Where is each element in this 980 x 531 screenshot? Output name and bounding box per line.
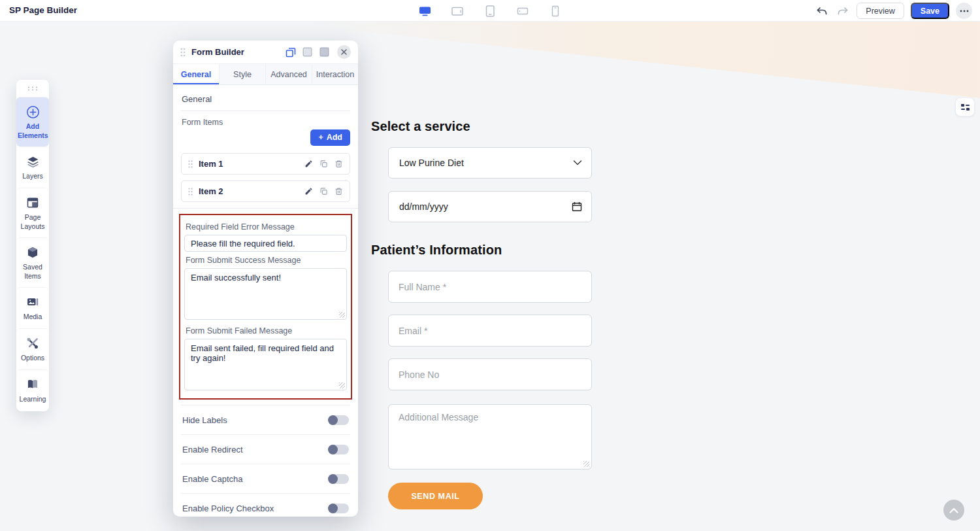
form-items-label: Form Items xyxy=(182,118,350,127)
toggle-row-enable-captcha: Enable Captcha xyxy=(181,464,350,493)
cube-icon xyxy=(18,245,48,260)
app-title: SP Page Builder xyxy=(9,5,77,15)
panel-tabs: General Style Advanced Interaction xyxy=(173,63,358,85)
enable-redirect-toggle[interactable] xyxy=(329,445,349,454)
sidebar-drag-handle[interactable] xyxy=(16,80,49,97)
toggle-label: Hide Labels xyxy=(182,415,227,425)
failed-message-textarea[interactable]: Email sent failed, fill required field a… xyxy=(184,339,347,390)
date-input-value: dd/mm/yyyy xyxy=(399,201,448,212)
tab-general[interactable]: General xyxy=(173,64,220,84)
undo-icon[interactable] xyxy=(815,4,829,18)
preview-button[interactable]: Preview xyxy=(857,3,904,19)
date-input[interactable]: dd/mm/yyyy xyxy=(388,191,592,222)
trash-icon[interactable] xyxy=(334,187,343,196)
tools-icon xyxy=(18,336,48,351)
device-mobile-portrait-icon[interactable] xyxy=(548,4,563,18)
panel-header: Form Builder xyxy=(173,41,358,63)
sidebar-item-label: Options xyxy=(18,354,48,363)
toggle-row-enable-policy-checkbox: Enable Policy Checkbox xyxy=(181,493,350,517)
sidebar-item-layers[interactable]: Layers xyxy=(16,146,49,188)
dock-panel-icon[interactable] xyxy=(302,46,313,58)
device-tablet-landscape-icon[interactable] xyxy=(450,4,465,18)
patient-heading: Patient’s Information xyxy=(371,243,502,258)
item-drag-handle[interactable] xyxy=(188,188,193,196)
enable-policy-checkbox-toggle[interactable] xyxy=(329,504,349,513)
editor-canvas: Select a service Low Purine Diet dd/mm/y… xyxy=(0,22,980,531)
email-fieldbox xyxy=(388,315,592,347)
sidebar-item-options[interactable]: Options xyxy=(16,328,49,369)
message-fieldbox xyxy=(388,404,592,470)
section-title: General xyxy=(181,90,350,111)
form-builder-panel: Form Builder General Style Advanced Inte… xyxy=(173,41,358,517)
sidebar-item-label: Add Elements xyxy=(18,122,48,140)
send-mail-button[interactable]: SEND MAIL xyxy=(388,483,483,509)
book-icon xyxy=(18,377,48,392)
sidebar-item-page-layouts[interactable]: Page Layouts xyxy=(16,188,49,237)
form-item-row-1: Item 1 xyxy=(181,153,350,175)
duplicate-icon[interactable] xyxy=(319,187,328,196)
success-message-label: Form Submit Success Message xyxy=(186,256,346,265)
device-mobile-landscape-icon[interactable] xyxy=(515,4,530,18)
trash-icon[interactable] xyxy=(334,160,343,169)
hide-labels-toggle[interactable] xyxy=(329,415,349,425)
sidebar-item-label: Saved Items xyxy=(18,263,48,281)
panel-drag-handle[interactable] xyxy=(180,48,186,57)
topbar-actions: Preview Save xyxy=(815,0,972,22)
duplicate-icon[interactable] xyxy=(319,160,328,169)
sidebar-item-add-elements[interactable]: Add Elements xyxy=(16,97,49,146)
full-name-fieldbox xyxy=(388,271,592,303)
redo-icon[interactable] xyxy=(836,4,850,18)
service-heading: Select a service xyxy=(371,119,470,134)
failed-message-label: Form Submit Failed Message xyxy=(186,326,346,335)
tab-interaction[interactable]: Interaction xyxy=(312,64,358,84)
scroll-to-top-button[interactable] xyxy=(943,500,964,521)
background-gradient xyxy=(0,22,980,120)
sidebar-item-label: Layers xyxy=(18,172,48,181)
dock-panel-filled-icon[interactable] xyxy=(319,46,330,58)
additional-message-field[interactable] xyxy=(389,405,591,469)
media-icon xyxy=(18,295,48,309)
save-button[interactable]: Save xyxy=(911,3,949,19)
add-item-button[interactable]: +Add xyxy=(310,129,350,146)
responsive-device-switcher xyxy=(417,0,563,22)
calendar-icon[interactable] xyxy=(572,201,582,212)
layout-icon xyxy=(18,196,48,210)
sidebar-item-learning[interactable]: Learning xyxy=(16,369,49,411)
section-settings-button[interactable] xyxy=(955,97,975,116)
toggle-row-hide-labels: Hide Labels xyxy=(181,405,350,434)
sidebar-item-media[interactable]: Media xyxy=(16,287,49,328)
chevron-up-icon xyxy=(949,507,958,513)
cascade-panel-icon[interactable] xyxy=(285,46,296,58)
success-message-textarea[interactable]: Email successfully sent! xyxy=(184,268,347,320)
required-error-input[interactable] xyxy=(184,235,347,252)
highlighted-messages-group: Required Field Error Message Form Submit… xyxy=(179,214,352,400)
add-item-label: Add xyxy=(327,133,342,142)
full-name-field[interactable] xyxy=(389,271,591,302)
plus-icon: + xyxy=(318,133,323,142)
close-icon[interactable] xyxy=(337,45,351,59)
item-label: Item 1 xyxy=(199,159,298,169)
toggle-label: Enable Policy Checkbox xyxy=(182,504,274,513)
sidebar-item-label: Page Layouts xyxy=(18,213,48,231)
enable-captcha-toggle[interactable] xyxy=(329,474,349,484)
item-drag-handle[interactable] xyxy=(188,160,193,168)
edit-pencil-icon[interactable] xyxy=(304,187,313,196)
edit-pencil-icon[interactable] xyxy=(304,160,313,169)
layers-icon xyxy=(18,154,48,169)
tab-advanced[interactable]: Advanced xyxy=(266,64,312,84)
form-item-row-2: Item 2 xyxy=(181,180,350,202)
device-tablet-portrait-icon[interactable] xyxy=(483,4,497,18)
chevron-down-icon xyxy=(573,160,582,166)
phone-fieldbox xyxy=(388,358,592,390)
tab-style[interactable]: Style xyxy=(220,64,266,84)
panel-body: General Form Items +Add Item 1 xyxy=(173,85,358,517)
device-desktop-icon[interactable] xyxy=(417,4,432,18)
email-field[interactable] xyxy=(389,315,591,346)
phone-field[interactable] xyxy=(389,359,591,390)
sliders-icon xyxy=(960,103,970,111)
topbar: SP Page Builder Preview Save xyxy=(0,0,980,22)
sidebar-item-label: Media xyxy=(18,313,48,322)
service-select[interactable]: Low Purine Diet xyxy=(388,147,592,179)
more-options-button[interactable] xyxy=(956,3,972,19)
sidebar-item-saved-items[interactable]: Saved Items xyxy=(16,237,49,287)
